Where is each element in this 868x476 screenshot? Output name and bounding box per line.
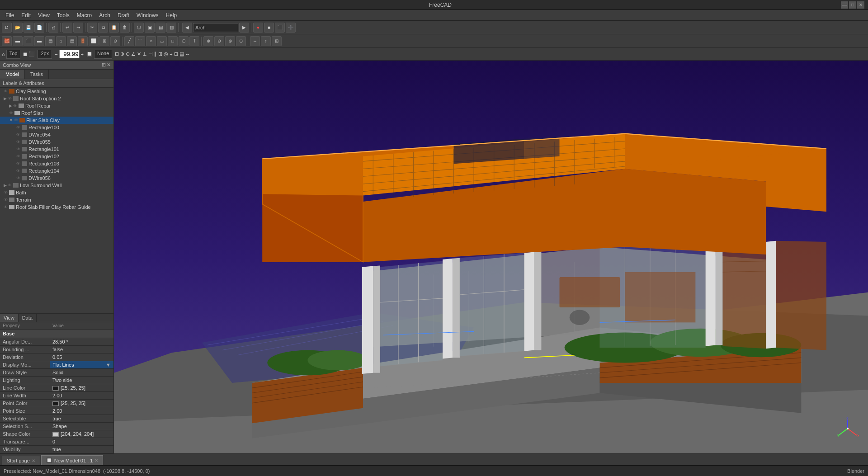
close-button[interactable]: ✕ xyxy=(857,1,864,9)
visibility-roof-slab-filler[interactable]: 👁 xyxy=(4,205,8,209)
play-button[interactable]: ⬛ xyxy=(275,23,285,33)
minimize-button[interactable]: — xyxy=(841,1,848,9)
arch-floor[interactable]: ▬ xyxy=(13,36,23,46)
spreadsheet-button[interactable]: ⊞ xyxy=(272,36,282,46)
view3d-button[interactable]: ⬡ xyxy=(134,23,144,33)
menu-arch[interactable]: Arch xyxy=(95,11,114,19)
home-view[interactable]: ⌂ xyxy=(2,52,5,57)
prop-value-point-size[interactable]: 2.00 xyxy=(50,407,113,415)
snap-extension[interactable]: ⊣ xyxy=(148,51,153,57)
visibility-rect103[interactable]: 👁 xyxy=(16,161,20,166)
prop-value-deviation[interactable]: 0.05 xyxy=(50,353,113,361)
prop-value-visibility[interactable]: true xyxy=(50,446,113,453)
part-common[interactable]: ⊙ xyxy=(236,36,246,46)
tree-view[interactable]: 👁 Clay Flashing ▶ 👁 Roof Slab option 2 ▶… xyxy=(0,88,113,313)
prop-value-transparency[interactable]: 0 xyxy=(50,438,113,446)
line-color-swatch[interactable] xyxy=(52,386,59,391)
menu-file[interactable]: File xyxy=(2,11,18,19)
part-cut[interactable]: ⊖ xyxy=(214,36,224,46)
visibility-filler-slab-clay[interactable]: 👁 xyxy=(14,118,18,123)
tree-item-bath[interactable]: 👁 Bath xyxy=(0,189,113,196)
draft-wire[interactable]: ⌒ xyxy=(135,36,145,46)
tree-item-dwire054[interactable]: 👁 DWire054 xyxy=(0,131,113,138)
tree-item-roof-slab-filler[interactable]: 👁 Roof Slab Filler Clay Rebar Guide xyxy=(0,203,113,211)
snap-angle[interactable]: ∠ xyxy=(131,51,136,57)
save-button[interactable]: 💾 xyxy=(24,23,33,33)
expand-filler-slab-clay[interactable]: ▼ xyxy=(9,118,13,123)
panel-close[interactable]: ✕ xyxy=(107,62,111,68)
visibility-rect101[interactable]: 👁 xyxy=(16,147,20,151)
shape-color-swatch[interactable] xyxy=(52,432,59,437)
menu-help[interactable]: Help xyxy=(162,11,181,19)
tree-item-roof-slab[interactable]: 👁 Roof Slab xyxy=(0,109,113,117)
tab-tasks[interactable]: Tasks xyxy=(25,70,49,79)
tree-item-rect102[interactable]: 👁 Rectangle102 xyxy=(0,153,113,160)
panel-controls[interactable]: ⊞ ✕ xyxy=(102,62,111,68)
snap-parallel[interactable]: ∥ xyxy=(154,51,157,57)
view-top[interactable]: ▤ xyxy=(156,23,165,33)
menu-view[interactable]: View xyxy=(34,11,53,19)
menu-edit[interactable]: Edit xyxy=(18,11,34,19)
paste-button[interactable]: 📋 xyxy=(109,23,119,33)
decrease-zoom[interactable]: − xyxy=(55,52,57,57)
visibility-roof-rebar[interactable]: 👁 xyxy=(13,104,17,108)
tree-item-rect101[interactable]: 👁 Rectangle101 xyxy=(0,146,113,153)
3d-viewport[interactable]: X Y Z xyxy=(114,61,868,453)
increase-zoom[interactable]: + xyxy=(81,52,84,57)
snap-dimensions[interactable]: ↔ xyxy=(185,52,190,57)
visibility-rect102[interactable]: 👁 xyxy=(16,154,20,159)
tab-new-model[interactable]: 🔲 New Model 01 : 1 ✕ xyxy=(41,455,104,465)
tree-item-terrain[interactable]: 👁 Terrain xyxy=(0,196,113,203)
visibility-low-surround-wall[interactable]: 👁 xyxy=(8,183,12,188)
expand-low-surround-wall[interactable]: ▶ xyxy=(4,183,7,188)
prop-value-line-width[interactable]: 2.00 xyxy=(50,391,113,399)
part-boolean[interactable]: ⊕ xyxy=(203,36,213,46)
redo-button[interactable]: ↪ xyxy=(73,23,83,33)
snap-intersection[interactable]: ✕ xyxy=(137,51,141,57)
display-mode-dropdown-icon[interactable]: ▼ xyxy=(106,362,111,368)
measure-button[interactable]: ↔ xyxy=(250,36,260,46)
addstep-button[interactable]: ➕ xyxy=(286,23,296,33)
visibility-roof-slab[interactable]: 👁 xyxy=(9,111,13,115)
visibility-terrain[interactable]: 👁 xyxy=(4,198,8,202)
workbench-prev[interactable]: ◀ xyxy=(182,23,192,33)
prop-value-shape-color[interactable]: [204, 204, 204] xyxy=(50,430,113,438)
visibility-rect104[interactable]: 👁 xyxy=(16,169,20,173)
stop-button[interactable]: ■ xyxy=(264,23,274,33)
snap-special[interactable]: ⊞ xyxy=(158,51,162,57)
draft-rect[interactable]: □ xyxy=(168,36,178,46)
cut-button[interactable]: ✂ xyxy=(87,23,97,33)
tab-start-close[interactable]: ✕ xyxy=(32,458,35,463)
snap-midpoint[interactable]: ⊕ xyxy=(120,51,124,57)
part-fuse[interactable]: ⊗ xyxy=(225,36,235,46)
saveas-button[interactable]: 📄 xyxy=(34,23,44,33)
tree-item-roof-rebar[interactable]: ▶ 👁 Roof Rebar xyxy=(0,102,113,109)
arch-pipe[interactable]: ⊝ xyxy=(110,36,120,46)
ptab-data[interactable]: Data xyxy=(19,314,37,322)
delete-button[interactable]: 🗑 xyxy=(120,23,130,33)
visibility-clay-flashing[interactable]: 👁 xyxy=(4,89,8,94)
workbench-selector[interactable] xyxy=(193,23,238,32)
zoom-input[interactable] xyxy=(59,50,80,58)
snap-workplane[interactable]: ▤ xyxy=(179,51,184,57)
prop-value-bounding[interactable]: false xyxy=(50,345,113,353)
view-right[interactable]: ▥ xyxy=(166,23,176,33)
menu-windows[interactable]: Windows xyxy=(133,11,162,19)
visibility-dwire054[interactable]: 👁 xyxy=(16,132,20,137)
menu-tools[interactable]: Tools xyxy=(53,11,73,19)
dimension-button[interactable]: ↕ xyxy=(261,36,271,46)
open-button[interactable]: 📂 xyxy=(13,23,23,33)
expand-roof-rebar[interactable]: ▶ xyxy=(9,104,12,108)
prop-value-display-mode[interactable]: Flat Lines ▼ xyxy=(50,361,113,368)
visibility-bath[interactable]: 👁 xyxy=(4,190,8,195)
prop-value-line-color[interactable]: [25, 25, 25] xyxy=(50,384,113,391)
snap-perpendicular[interactable]: ⊥ xyxy=(142,51,147,57)
workbench-next[interactable]: ▶ xyxy=(239,23,249,33)
draft-poly[interactable]: ⬡ xyxy=(179,36,189,46)
tab-start-page[interactable]: Start page ✕ xyxy=(2,456,40,465)
visibility-rect100[interactable]: 👁 xyxy=(16,125,20,130)
snap-near[interactable]: ◎ xyxy=(164,51,168,57)
draft-line[interactable]: ╱ xyxy=(124,36,134,46)
viewport-canvas[interactable]: X Y Z xyxy=(114,61,868,453)
arch-rebar[interactable]: ⊞ xyxy=(99,36,109,46)
